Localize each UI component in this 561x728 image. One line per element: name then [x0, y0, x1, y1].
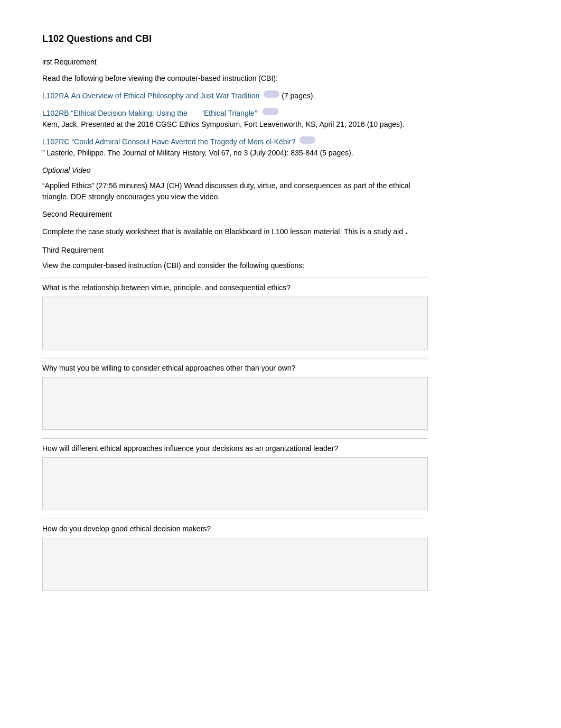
answer-box-4[interactable] [42, 538, 428, 591]
ref-rb-code: L102RB [42, 108, 69, 119]
reference-rc: L102RC “Could Admiral Gensoul Have Avert… [42, 136, 428, 159]
question-2-text: Why must you be willing to consider ethi… [42, 363, 428, 374]
ref-rc-bubble [300, 136, 315, 144]
optional-video-text: “Applied Ethics” (27:56 minutes) MAJ (CH… [42, 180, 428, 202]
ref-ra-title[interactable]: An Overview of Ethical Philosophy and Ju… [71, 90, 260, 102]
ref-rc-title[interactable]: “Could Admiral Gensoul Have Averted the … [71, 136, 295, 148]
divider-4 [42, 519, 428, 519]
ref-ra-continuation: (7 pages). [282, 90, 315, 102]
page-title: L102 Questions and CBI [42, 32, 550, 46]
optional-video-label: Optional Video [42, 165, 550, 176]
ref-rb-bubble [263, 108, 278, 115]
ref-ra-bubble [264, 90, 279, 98]
ref-rc-continuation: ” Lasterle, Philippe. The Journal of Mil… [42, 148, 353, 159]
reference-rb: L102RB “Ethical Decision Making: Using t… [42, 108, 428, 130]
question-4-text: How do you develop good ethical decision… [42, 523, 428, 535]
divider-3 [42, 438, 428, 439]
ref-rb-title[interactable]: “Ethical Decision Making: Using the ‘Eth… [71, 108, 259, 119]
divider-2 [42, 358, 428, 358]
ref-ra-code: L102RA [42, 90, 69, 102]
question-1-text: What is the relationship between virtue,… [42, 282, 428, 293]
third-req-intro: View the computer-based instruction (CBI… [42, 260, 428, 271]
answer-box-3[interactable] [42, 457, 428, 510]
ref-rb-continuation: Kem, Jack. Presented at the 2016 CGSC Et… [42, 119, 405, 130]
question-3-text: How will different ethical approaches in… [42, 443, 428, 454]
second-req-text: Complete the case study worksheet that i… [42, 224, 428, 238]
ref-rc-code: L102RC [42, 136, 69, 148]
second-requirement-label: Second Requirement [42, 209, 550, 220]
intro-text: Read the following before viewing the co… [42, 73, 428, 84]
divider-1 [42, 278, 428, 278]
first-requirement-label: irst Requirement [42, 57, 550, 68]
third-requirement-label: Third Requirement [42, 245, 550, 256]
second-req-body: Complete the case study worksheet that i… [42, 227, 403, 236]
reference-ra: L102RA An Overview of Ethical Philosophy… [42, 90, 428, 102]
answer-box-1[interactable] [42, 297, 428, 349]
study-aid-dot: . [405, 226, 408, 236]
answer-box-2[interactable] [42, 377, 428, 430]
